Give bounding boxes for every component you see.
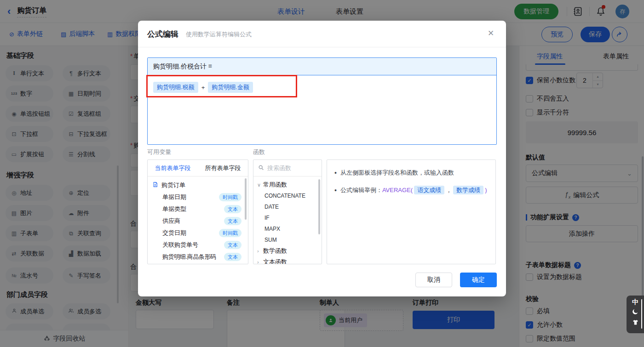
type-badge: 文本 [224, 217, 242, 225]
variable-row[interactable]: 关联购货单号文本 [148, 239, 248, 251]
formula-editor-modal: 公式编辑 使用数学运算符编辑公式 ✕ 购货明细.价税合计 = 购货明细.税额 +… [138, 21, 506, 296]
tab-current-form-fields[interactable]: 当前表单字段 [155, 164, 191, 172]
variable-row[interactable]: 供应商文本 [148, 215, 248, 227]
formula-target: 购货明细.价税合计 = [148, 58, 496, 75]
function-group-common[interactable]: ∨ 常用函数 [253, 179, 322, 190]
chevron-right-icon: › [257, 259, 261, 264]
variable-row[interactable]: 单据类型文本 [148, 203, 248, 215]
variable-row[interactable]: 交货日期时间戳 [148, 227, 248, 239]
chevron-right-icon: › [257, 248, 261, 254]
cancel-button[interactable]: 取消 [415, 273, 452, 287]
form-doc-icon [152, 182, 158, 189]
function-group-text[interactable]: › 文本函数 [253, 256, 322, 264]
function-search[interactable] [253, 160, 322, 176]
formula-help-panel: •从左侧面板选择字段名和函数，或输入函数 • 公式编辑举例：AVERAGE(语文… [327, 159, 496, 264]
variables-panel: 当前表单字段 所有表单字段 购货订单 单据日期时间戳 单据类型文本 供应商文本 … [147, 159, 248, 264]
function-item[interactable]: SUM [253, 234, 322, 245]
variables-tree-root[interactable]: 购货订单 [148, 176, 248, 191]
example-field-chip: 数学成绩 [453, 186, 483, 194]
function-group-math[interactable]: › 数学函数 [253, 245, 322, 256]
formula-token[interactable]: 购货明细.金额 [208, 82, 253, 93]
confirm-button[interactable]: 确定 [460, 273, 497, 287]
type-badge: 时间戳 [219, 193, 242, 201]
widget-scroll-indicator [641, 299, 642, 329]
theme-shirt-icon[interactable] [632, 319, 639, 327]
modal-title: 公式编辑 [147, 29, 178, 40]
variable-row[interactable]: 单据日期时间戳 [148, 191, 248, 203]
variable-row[interactable]: 购货明细.商品条形码文本 [148, 251, 248, 263]
help-tip-2: • 公式编辑举例：AVERAGE(语文成绩，数学成绩) [334, 185, 488, 196]
function-item[interactable]: IF [253, 212, 322, 223]
function-search-input[interactable] [267, 165, 313, 171]
functions-panel: ∨ 常用函数 CONCATENATE DATE IF MAPX SUM › 数学… [253, 159, 322, 264]
type-badge: 文本 [224, 205, 242, 213]
help-tip-1: •从左侧面板选择字段名和函数，或输入函数 [334, 167, 488, 178]
floating-extension-widget: 中 [627, 296, 644, 333]
modal-divider [138, 47, 506, 47]
modal-subtitle: 使用数学运算符编辑公式 [186, 30, 252, 39]
function-item[interactable]: CONCATENATE [253, 190, 322, 201]
formula-token[interactable]: 购货明细.税额 [153, 82, 198, 93]
function-item[interactable]: DATE [253, 201, 322, 212]
formula-input-area[interactable]: 购货明细.税额 + 购货明细.金额 [148, 75, 496, 99]
type-badge: 时间戳 [219, 229, 242, 237]
close-icon[interactable]: ✕ [488, 28, 494, 38]
type-badge: 文本 [224, 241, 242, 249]
tab-all-form-fields[interactable]: 所有表单字段 [205, 164, 241, 172]
formula-operator: + [201, 84, 205, 91]
translate-toggle[interactable]: 中 [632, 298, 638, 306]
variables-scrollbar[interactable] [245, 178, 247, 220]
formula-editor: 购货明细.价税合计 = 购货明细.税额 + 购货明细.金额 [147, 57, 497, 145]
example-function: AVERAGE( [382, 187, 413, 193]
type-badge: 文本 [224, 253, 242, 261]
chevron-down-icon: ∨ [257, 182, 261, 188]
example-field-chip: 语文成绩 [414, 186, 444, 194]
function-item[interactable]: MAPX [253, 223, 322, 234]
dark-mode-moon-icon[interactable] [632, 308, 639, 317]
variables-label: 可用变量 [147, 148, 171, 156]
functions-label: 函数 [253, 148, 265, 156]
search-icon [258, 165, 264, 172]
functions-scrollbar[interactable] [318, 179, 320, 234]
